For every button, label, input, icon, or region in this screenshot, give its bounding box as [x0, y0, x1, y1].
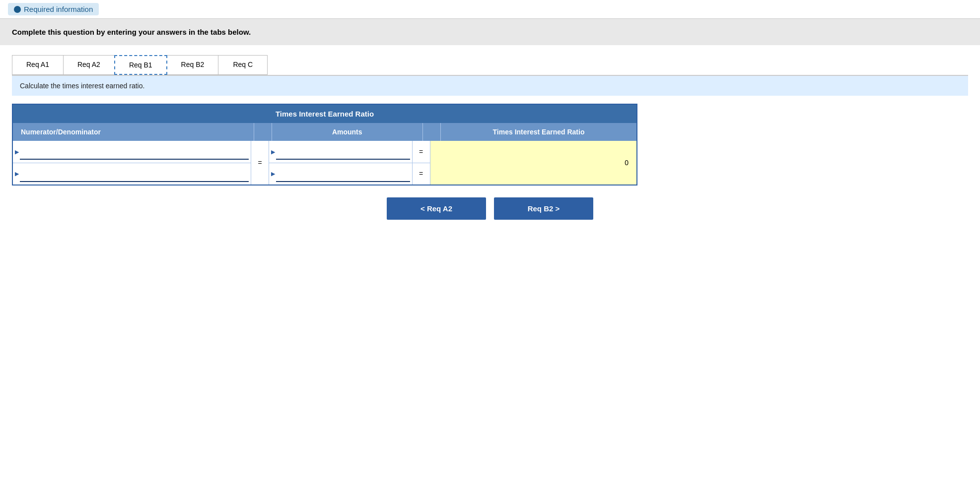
- eq-col-wrapper: = =: [413, 141, 430, 185]
- required-info-dot: [14, 6, 21, 13]
- numerator-arrow: ▶: [15, 149, 19, 155]
- header-eq2-spacer: [423, 123, 441, 141]
- tab-req-c[interactable]: Req C: [218, 55, 268, 75]
- header-amounts: Amounts: [272, 123, 423, 141]
- instruction-text: Complete this question by entering your …: [12, 28, 251, 36]
- amounts-input-2[interactable]: [276, 166, 410, 182]
- amounts-arrow-2: ▶: [271, 171, 275, 177]
- tabs-row: Req A1 Req A2 Req B1 Req B2 Req C: [12, 55, 968, 76]
- denominator-arrow: ▶: [15, 171, 19, 177]
- table-header: Numerator/Denominator Amounts Times Inte…: [13, 123, 636, 141]
- eq-cell-1: =: [413, 141, 430, 163]
- tier-result-cell: 0: [430, 141, 636, 185]
- instruction-bar: Complete this question by entering your …: [0, 19, 980, 45]
- tab-req-b2[interactable]: Req B2: [167, 55, 219, 75]
- tabs-section: Req A1 Req A2 Req B1 Req B2 Req C Calcul…: [12, 55, 968, 96]
- times-interest-table: Times Interest Earned Ratio Numerator/De…: [12, 104, 637, 185]
- tab-req-b1[interactable]: Req B1: [114, 55, 167, 75]
- tab-req-a1[interactable]: Req A1: [12, 55, 64, 75]
- prev-button[interactable]: < Req A2: [387, 197, 486, 220]
- numerator-input[interactable]: [20, 144, 249, 160]
- required-info-badge: Required information: [8, 3, 99, 15]
- data-rows-wrapper: ▶ ▶ = ▶ ▶ = =: [13, 141, 636, 185]
- amounts-arrow-1: ▶: [271, 149, 275, 155]
- nav-buttons: < Req A2 Req B2 >: [12, 197, 968, 220]
- eq-cell-2: =: [413, 163, 430, 185]
- header-num-denom: Numerator/Denominator: [13, 123, 254, 141]
- required-info-label: Required information: [24, 5, 93, 13]
- amounts-row-2: ▶: [269, 163, 412, 185]
- amounts-col-wrapper: ▶ ▶: [269, 141, 413, 185]
- left-col-wrapper: ▶ ▶: [13, 141, 251, 185]
- tier-value: 0: [625, 159, 629, 167]
- header-tier: Times Interest Earned Ratio: [441, 123, 636, 141]
- table-title: Times Interest Earned Ratio: [13, 105, 636, 123]
- next-button[interactable]: Req B2 >: [494, 197, 593, 220]
- header-eq-spacer: [254, 123, 272, 141]
- denominator-row: ▶: [13, 163, 251, 185]
- numerator-row: ▶: [13, 141, 251, 163]
- required-info-bar: Required information: [0, 0, 980, 19]
- amounts-input-1[interactable]: [276, 144, 410, 160]
- middle-eq-sign: =: [258, 159, 262, 167]
- tab-req-a2[interactable]: Req A2: [63, 55, 115, 75]
- middle-eq-wrapper: =: [251, 141, 269, 185]
- tab-description: Calculate the times interest earned rati…: [12, 76, 968, 96]
- amounts-row-1: ▶: [269, 141, 412, 163]
- denominator-input[interactable]: [20, 166, 249, 182]
